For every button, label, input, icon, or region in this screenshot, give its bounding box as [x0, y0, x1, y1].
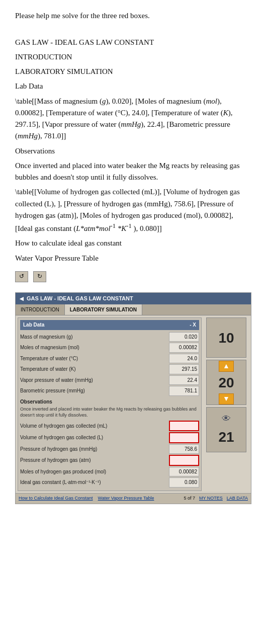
how-to-link[interactable]: How to Calculate Ideal Gas Constant	[19, 495, 93, 502]
row-label: Volume of hydrogen gas collected (L)	[20, 434, 169, 442]
scale-value-1: 20	[218, 372, 234, 393]
row-value: 24.0	[169, 354, 199, 364]
row-label: Mass of magnesium (g)	[20, 333, 169, 341]
tab-laboratory-simulation[interactable]: LABORATORY SIMULATION	[65, 304, 142, 315]
row-value: 297.15	[169, 364, 199, 374]
water-vapor-link[interactable]: Water Vapor Pressure Table	[98, 495, 154, 502]
scale-up-arrow[interactable]: ▲	[219, 361, 234, 372]
scale-value-2: 21	[218, 426, 234, 448]
thermometer-display: 10	[206, 317, 246, 358]
row-value: 0.00082	[169, 467, 199, 477]
panel-title-label: Lab Data	[23, 321, 44, 329]
water-vapor-label: Water Vapor Pressure Table	[15, 253, 251, 264]
panel-title-bar: Lab Data - X	[20, 320, 199, 330]
row-label: Temperature of water (K)	[20, 365, 169, 373]
row-value-red[interactable]	[169, 455, 199, 466]
row-label: Temperature of water (°C)	[20, 355, 169, 363]
sim-header-title: GAS LAW - IDEAL GAS LAW CONSTANT	[27, 294, 133, 303]
intro-text: Please help me solve for the three red b…	[15, 10, 251, 22]
tab-introduction[interactable]: INTRODUCTION	[16, 304, 65, 315]
row-value: 0.020	[169, 332, 199, 342]
eye-icon: 👁	[222, 412, 231, 426]
row-label: Pressure of hydrogen gas (atm)	[20, 456, 169, 464]
scale-display-1: ▲ 20 ▼	[206, 360, 246, 405]
title2: INTRODUCTION	[15, 51, 251, 63]
scale-down-arrow[interactable]: ▼	[219, 393, 234, 405]
sim-tabs: INTRODUCTION LABORATORY SIMULATION	[16, 304, 251, 316]
observations-label: Observations	[15, 145, 251, 157]
table-row: Vapor pressure of water (mmHg) 22.4	[20, 375, 199, 385]
table2-text: \table[[Volume of hydrogen gas collected…	[15, 186, 251, 234]
title1: GAS LAW - IDEAL GAS LAW CONSTANT	[15, 37, 251, 48]
table-row: Volume of hydrogen gas collected (mL)	[20, 421, 199, 432]
obs-text: Once inverted and placed into water beak…	[20, 407, 199, 418]
obs-section-label: Observations	[20, 398, 199, 406]
row-value-red[interactable]	[169, 421, 199, 432]
row-label: Pressure of hydrogen gas (mmHg)	[20, 445, 169, 453]
row-label: Ideal gas constant (L·atm·mol⁻¹·K⁻¹)	[20, 478, 169, 487]
footer-right: 5 of 7 MY NOTES LAB DATA	[184, 495, 248, 502]
row-label: Moles of magnesium (mol)	[20, 344, 169, 352]
scale-display-2: 👁 21	[206, 407, 246, 452]
row-value: 0.00082	[169, 343, 199, 353]
sim-right-panel: 10 ▲ 20 ▼ 👁 21	[204, 317, 249, 491]
table-row: Moles of hydrogen gas produced (mol) 0.0…	[20, 467, 199, 477]
lab-data-link[interactable]: LAB DATA	[227, 495, 248, 502]
row-value: 758.6	[169, 444, 199, 454]
row-value: 781.1	[169, 386, 199, 396]
back-arrow-icon[interactable]: ◀	[20, 295, 24, 303]
page-indicator: 5 of 7	[184, 495, 195, 502]
row-label: Moles of hydrogen gas produced (mol)	[20, 468, 169, 476]
row-value: 0.080	[169, 477, 199, 488]
sim-body: Lab Data - X Mass of magnesium (g) 0.020…	[16, 315, 251, 493]
row-value: 22.4	[169, 375, 199, 385]
sim-left-panel: Lab Data - X Mass of magnesium (g) 0.020…	[18, 317, 202, 491]
row-label: Barometric pressure (mmHg)	[20, 387, 169, 395]
redo-button[interactable]: ↻	[33, 271, 46, 282]
thermometer-value: 10	[218, 327, 234, 349]
row-label: Volume of hydrogen gas collected (mL)	[20, 422, 169, 430]
title3: LABORATORY SIMULATION	[15, 66, 251, 77]
table-row: Mass of magnesium (g) 0.020	[20, 332, 199, 342]
table-row: Ideal gas constant (L·atm·mol⁻¹·K⁻¹) 0.0…	[20, 477, 199, 488]
table-row: Temperature of water (K) 297.15	[20, 364, 199, 374]
table1-text: \table[[Mass of magnesium (g), 0.020], […	[15, 96, 251, 142]
simulation-container: ◀ GAS LAW - IDEAL GAS LAW CONSTANT INTRO…	[15, 292, 251, 504]
panel-close-button[interactable]: - X	[190, 321, 196, 329]
my-notes-link[interactable]: MY NOTES	[199, 495, 223, 502]
table-row: Moles of magnesium (mol) 0.00082	[20, 343, 199, 353]
how-to-label: How to calculate ideal gas constant	[15, 237, 251, 249]
row-label: Vapor pressure of water (mmHg)	[20, 376, 169, 384]
table-row: Barometric pressure (mmHg) 781.1	[20, 386, 199, 396]
table-row: Pressure of hydrogen gas (mmHg) 758.6	[20, 444, 199, 454]
table-row: Pressure of hydrogen gas (atm)	[20, 455, 199, 466]
sim-header: ◀ GAS LAW - IDEAL GAS LAW CONSTANT	[16, 293, 251, 304]
observations-text: Once inverted and placed into water beak…	[15, 160, 251, 184]
title4: Lab Data	[15, 80, 251, 92]
sim-footer: How to Calculate Ideal Gas Constant Wate…	[16, 493, 251, 504]
row-value-red[interactable]	[169, 432, 199, 443]
table-row: Temperature of water (°C) 24.0	[20, 354, 199, 364]
undo-button[interactable]: ↺	[15, 271, 28, 282]
table-row: Volume of hydrogen gas collected (L)	[20, 432, 199, 443]
